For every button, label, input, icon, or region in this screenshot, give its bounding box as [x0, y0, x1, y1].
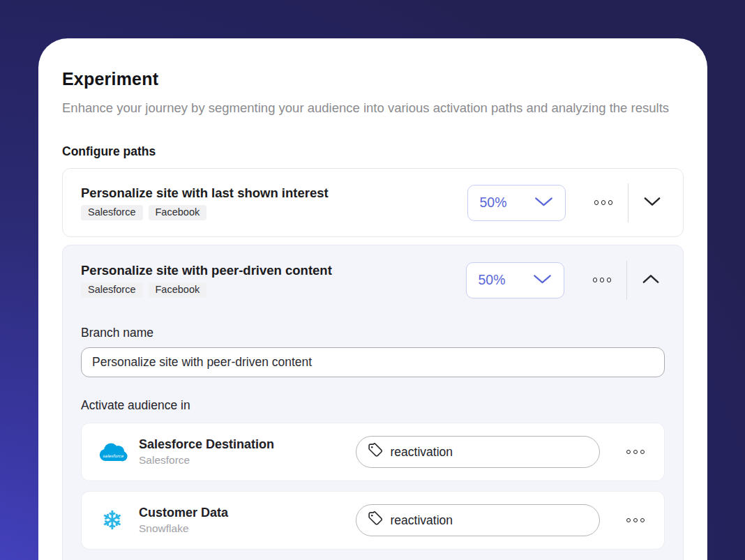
- tag-icon: [367, 510, 383, 530]
- path-title: Personalize site with last shown interes…: [81, 186, 467, 201]
- tag-chip-salesforce: Salesforce: [81, 205, 143, 220]
- path-info: Personalize site with peer-driven conten…: [81, 263, 466, 298]
- destination-name: Salesforce Destination: [139, 437, 274, 452]
- configure-paths-heading: Configure paths: [62, 144, 684, 159]
- more-options-icon: [626, 518, 631, 523]
- tag-value: reactivation: [391, 445, 453, 460]
- vertical-divider: [626, 261, 627, 300]
- split-percentage-select[interactable]: 50%: [466, 262, 564, 298]
- split-percentage-value: 50%: [479, 272, 506, 288]
- tag-chip-salesforce: Salesforce: [81, 282, 143, 298]
- destination-tag-input[interactable]: reactivation: [356, 504, 600, 536]
- chevron-up-icon: [642, 274, 659, 286]
- branch-name-label: Branch name: [81, 326, 665, 340]
- tag-chip-facebook: Facebook: [149, 282, 207, 298]
- path-card-peer-driven-content: Personalize site with peer-driven conten…: [62, 245, 684, 560]
- path-info: Personalize site with last shown interes…: [81, 186, 467, 220]
- more-options-button[interactable]: [592, 197, 616, 208]
- chevron-down-icon: [534, 195, 553, 211]
- activate-audience-label: Activate audience in: [81, 398, 665, 413]
- page-description: Enhance your journey by segmenting your …: [62, 97, 677, 119]
- split-percentage-value: 50%: [480, 195, 507, 211]
- tag-value: reactivation: [391, 513, 453, 528]
- path-header: Personalize site with last shown interes…: [63, 169, 683, 236]
- split-percentage-select[interactable]: 50%: [467, 185, 566, 221]
- destination-name: Customer Data: [139, 506, 228, 520]
- path-header: Personalize site with peer-driven conten…: [81, 245, 665, 315]
- destination-names: Customer Data Snowflake: [139, 506, 228, 535]
- path-tags: Salesforce Facebook: [81, 205, 467, 220]
- path-card-last-shown-interest: Personalize site with last shown interes…: [62, 168, 684, 237]
- destination-tag-input[interactable]: reactivation: [356, 436, 600, 468]
- collapse-path-button[interactable]: [637, 270, 665, 290]
- path-tags: Salesforce Facebook: [81, 282, 466, 298]
- more-options-icon: [593, 278, 598, 282]
- branch-name-input[interactable]: [81, 347, 665, 377]
- page-title: Experiment: [62, 69, 684, 89]
- experiment-panel: Experiment Enhance your journey by segme…: [38, 38, 707, 560]
- tag-icon: [367, 442, 383, 462]
- salesforce-logo-icon: salesforce: [97, 441, 128, 463]
- tag-chip-facebook: Facebook: [149, 205, 207, 220]
- destination-names: Salesforce Destination Salesforce: [139, 437, 274, 467]
- path-title: Personalize site with peer-driven conten…: [81, 263, 466, 278]
- snowflake-logo-icon: ❄: [97, 508, 128, 533]
- destination-provider: Snowflake: [139, 522, 228, 535]
- destination-more-options-button[interactable]: [624, 515, 648, 526]
- chevron-down-icon: [644, 197, 661, 209]
- path-controls: 50%: [466, 261, 665, 300]
- more-options-icon: [626, 450, 631, 455]
- destination-card-snowflake: ❄ Customer Data Snowflake reactivation: [81, 491, 665, 550]
- destination-card-salesforce: salesforce Salesforce Destination Salesf…: [81, 423, 665, 481]
- chevron-down-icon: [533, 272, 552, 288]
- path-controls: 50%: [467, 183, 667, 222]
- destination-provider: Salesforce: [139, 454, 274, 467]
- more-options-button[interactable]: [590, 275, 615, 285]
- vertical-divider: [628, 183, 629, 222]
- svg-text:salesforce: salesforce: [103, 453, 123, 457]
- destination-more-options-button[interactable]: [624, 447, 648, 457]
- more-options-icon: [594, 200, 599, 205]
- expand-path-button[interactable]: [638, 192, 666, 213]
